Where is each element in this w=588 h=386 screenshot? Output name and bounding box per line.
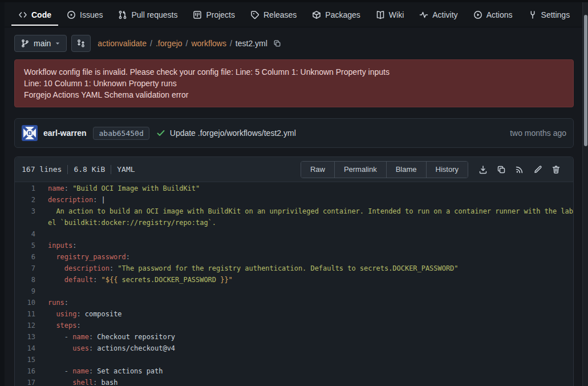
tab-activity[interactable]: Activity (412, 2, 464, 27)
code-icon (18, 10, 27, 19)
line-content (35, 228, 573, 240)
line-content: - name: Checkout repository (35, 331, 573, 343)
raw-button[interactable]: Raw (301, 162, 334, 178)
line-content: using: composite (35, 308, 573, 320)
line-number[interactable]: 14 (15, 343, 35, 354)
page-content: main actionvalidate/.forgejo/workflows/t… (0, 27, 582, 386)
code-line: 11 using: composite (15, 308, 573, 320)
line-number[interactable]: 6 (15, 251, 35, 263)
tab-projects[interactable]: Projects (186, 2, 242, 27)
commit-time: two months ago (510, 128, 566, 138)
tab-label: Settings (541, 10, 570, 19)
commit-message[interactable]: Update .forgejo/workflows/test2.yml (170, 128, 296, 138)
line-number[interactable]: 10 (15, 297, 35, 308)
line-number[interactable]: 11 (15, 308, 35, 320)
tab-label: Code (31, 10, 51, 19)
tag-icon (250, 10, 259, 19)
code-line: 3 An action to build an OCI image with B… (15, 206, 573, 228)
line-content: steps: (35, 320, 573, 331)
line-number[interactable]: 16 (15, 365, 35, 377)
line-number[interactable]: 15 (15, 354, 35, 365)
code-line: 1name: "Build OCI Image with BuildKit" (15, 183, 573, 194)
line-number[interactable]: 7 (15, 263, 35, 274)
tab-label: Activity (432, 10, 457, 19)
tab-label: Issues (80, 10, 103, 19)
code-line: 14 uses: actions/checkout@v4 (15, 343, 573, 354)
commit-author[interactable]: earl-warren (43, 128, 86, 138)
tab-issues[interactable]: Issues (60, 2, 110, 27)
line-number[interactable]: 8 (15, 274, 35, 286)
wrench-icon (528, 10, 537, 19)
tab-pull-requests[interactable]: Pull requests (111, 2, 184, 27)
line-content: runs: (35, 297, 573, 308)
tab-code[interactable]: Code (11, 2, 58, 27)
line-content: name: "Build OCI Image with BuildKit" (35, 183, 573, 194)
divider (67, 165, 68, 174)
file-actions (474, 165, 565, 174)
issue-icon (67, 10, 76, 19)
code-view: 1name: "Build OCI Image with BuildKit"2d… (15, 182, 573, 386)
chevron-down-icon (55, 41, 60, 46)
line-number[interactable]: 17 (15, 377, 35, 386)
code-line: 10runs: (15, 297, 573, 308)
code-line: 9 (15, 286, 573, 297)
file-header: 167 lines 6.8 KiB YAML RawPermalinkBlame… (15, 157, 573, 182)
tab-label: Projects (206, 10, 235, 19)
project-icon (193, 10, 202, 19)
tab-label: Actions (486, 10, 513, 19)
line-content: inputs: (35, 240, 573, 251)
breadcrumb-separator: / (186, 39, 188, 48)
breadcrumb-link[interactable]: actionvalidate (98, 39, 147, 48)
tab-actions[interactable]: Actions (467, 2, 520, 27)
line-number[interactable]: 1 (15, 183, 35, 194)
line-number[interactable]: 4 (15, 228, 35, 240)
page-scrollbar[interactable] (582, 0, 588, 386)
code-line: 16 - name: Set actions path (15, 365, 573, 377)
line-content: default: "${{ secrets.DOCKER_PASSWORD }}… (35, 274, 573, 286)
commit-hash-button[interactable]: abab65450d (93, 127, 149, 140)
window-left-edge (0, 0, 5, 386)
scrollbar-thumb[interactable] (584, 15, 587, 146)
commit-status-check-icon[interactable] (156, 128, 165, 138)
file-view: 167 lines 6.8 KiB YAML RawPermalinkBlame… (14, 156, 574, 386)
trash-icon[interactable] (547, 165, 565, 174)
code-line: 2description: | (15, 194, 573, 206)
breadcrumb-link[interactable]: .forgejo (156, 39, 183, 48)
branch-selector[interactable]: main (14, 35, 67, 52)
window-top-edge (0, 0, 588, 2)
error-line: Forgejo Actions YAML Schema validation e… (24, 89, 564, 100)
line-content (35, 286, 573, 297)
file-language: YAML (117, 165, 135, 174)
rss-icon[interactable] (510, 165, 529, 174)
code-line: 8 default: "${{ secrets.DOCKER_PASSWORD … (15, 274, 573, 286)
line-number[interactable]: 12 (15, 320, 35, 331)
tab-settings[interactable]: Settings (521, 2, 577, 27)
pull-request-icon (118, 10, 127, 19)
copy-path-icon[interactable] (273, 39, 281, 47)
blame-button[interactable]: Blame (386, 162, 426, 178)
tab-wiki[interactable]: Wiki (369, 2, 411, 27)
line-number[interactable]: 3 (15, 206, 35, 228)
pencil-icon[interactable] (529, 165, 547, 174)
view-mode-buttons: RawPermalinkBlameHistory (301, 161, 468, 178)
tab-packages[interactable]: Packages (305, 2, 367, 27)
line-number[interactable]: 5 (15, 240, 35, 251)
line-content: registry_password: (35, 251, 573, 263)
compare-button[interactable] (71, 35, 91, 52)
tab-releases[interactable]: Releases (244, 2, 303, 27)
copy-icon[interactable] (492, 165, 510, 174)
code-line: 13 - name: Checkout repository (15, 331, 573, 343)
breadcrumb-link[interactable]: workflows (191, 39, 226, 48)
line-number[interactable]: 2 (15, 194, 35, 206)
line-number[interactable]: 9 (15, 286, 35, 297)
permalink-button[interactable]: Permalink (334, 162, 386, 178)
error-line: Line: 10 Column 1: Unknown Property runs (24, 78, 564, 89)
repo-nav-tabs: CodeIssuesPull requestsProjectsReleasesP… (0, 0, 582, 27)
history-button[interactable]: History (426, 162, 468, 178)
download-icon[interactable] (474, 165, 492, 174)
avatar[interactable] (22, 125, 38, 141)
line-content: An action to build an OCI image with Bui… (35, 206, 573, 228)
line-content: uses: actions/checkout@v4 (35, 343, 573, 354)
file-lines-count: 167 lines (22, 165, 62, 174)
line-number[interactable]: 13 (15, 331, 35, 343)
